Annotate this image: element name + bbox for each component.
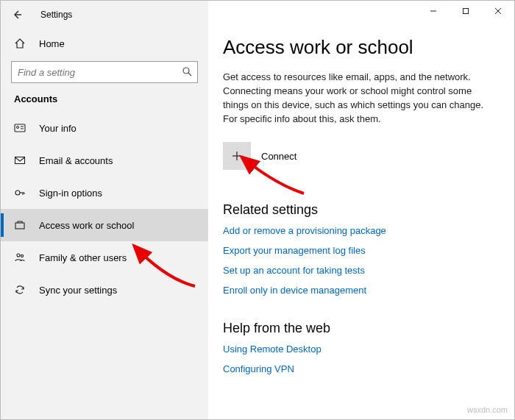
app-title: Settings <box>40 10 72 20</box>
link-taking-tests[interactable]: Set up an account for taking tests <box>223 265 365 276</box>
person-card-icon <box>14 122 26 134</box>
sidebar-item-email[interactable]: Email & accounts <box>1 144 208 177</box>
home-icon <box>14 38 26 49</box>
window-controls <box>417 1 514 21</box>
sidebar-item-sync[interactable]: Sync your settings <box>1 274 208 306</box>
sidebar-item-label: Sync your settings <box>39 285 117 296</box>
minimize-button[interactable] <box>417 1 450 21</box>
help-links: Using Remote Desktop Configuring VPN <box>223 344 500 374</box>
briefcase-icon <box>14 219 26 231</box>
home-nav[interactable]: Home <box>1 29 208 58</box>
sidebar-item-family[interactable]: Family & other users <box>1 241 208 274</box>
sidebar-item-label: Email & accounts <box>39 155 113 166</box>
maximize-icon <box>462 7 469 15</box>
connect-label: Connect <box>261 151 296 162</box>
sync-icon <box>14 284 26 296</box>
back-button[interactable] <box>8 6 26 24</box>
home-label: Home <box>39 38 65 49</box>
related-links: Add or remove a provisioning package Exp… <box>223 225 500 296</box>
watermark: wsxdn.com <box>467 405 508 414</box>
settings-window: Settings Home Accounts Your info <box>0 0 515 420</box>
sidebar-item-signin[interactable]: Sign-in options <box>1 177 208 209</box>
sidebar-item-label: Your info <box>39 123 77 134</box>
svg-point-13 <box>17 254 20 257</box>
sidebar-item-label: Sign-in options <box>39 188 102 199</box>
close-icon <box>494 7 502 15</box>
arrow-left-icon <box>11 9 23 21</box>
plus-icon <box>231 150 243 162</box>
main-panel: Access work or school Get access to reso… <box>208 1 514 419</box>
svg-point-4 <box>17 127 19 129</box>
connect-row: Connect <box>223 142 500 170</box>
svg-point-14 <box>21 255 23 257</box>
section-heading: Accounts <box>1 93 208 112</box>
people-icon <box>14 252 26 263</box>
link-remote-desktop[interactable]: Using Remote Desktop <box>223 344 322 355</box>
svg-point-8 <box>15 191 20 195</box>
search-input[interactable] <box>11 61 198 83</box>
link-export-logs[interactable]: Export your management log files <box>223 245 366 256</box>
titlebar-left: Settings <box>1 1 208 29</box>
svg-rect-3 <box>15 124 25 132</box>
sidebar-item-your-info[interactable]: Your info <box>1 112 208 144</box>
sidebar-item-label: Family & other users <box>39 252 127 263</box>
link-configuring-vpn[interactable]: Configuring VPN <box>223 363 294 374</box>
close-button[interactable] <box>482 1 514 21</box>
connect-button[interactable] <box>223 142 251 170</box>
page-description: Get access to resources like email, apps… <box>223 71 500 126</box>
svg-rect-16 <box>464 9 469 14</box>
mail-icon <box>14 154 26 166</box>
sidebar-item-label: Access work or school <box>39 220 134 231</box>
search-wrap <box>11 61 198 83</box>
maximize-button[interactable] <box>450 1 482 21</box>
svg-rect-12 <box>15 223 24 229</box>
help-heading: Help from the web <box>223 321 500 336</box>
link-enroll-device-mgmt[interactable]: Enroll only in device management <box>223 285 366 296</box>
sidebar: Settings Home Accounts Your info <box>1 1 208 419</box>
link-provisioning[interactable]: Add or remove a provisioning package <box>223 225 386 236</box>
minimize-icon <box>430 7 437 15</box>
key-icon <box>14 187 26 199</box>
related-heading: Related settings <box>223 202 500 218</box>
page-title: Access work or school <box>223 36 500 59</box>
sidebar-item-work-school[interactable]: Access work or school <box>1 209 208 241</box>
